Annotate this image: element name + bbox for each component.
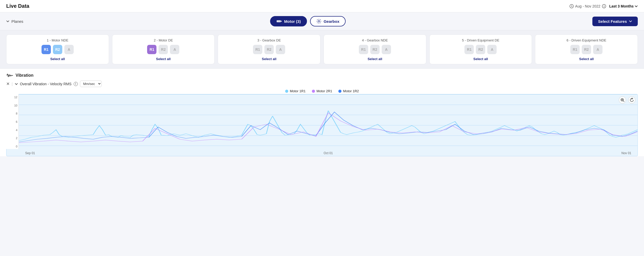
plane-card-driven-de: 5 - Driven Equipment DER1R2ASelect all bbox=[429, 34, 532, 64]
select-all-link[interactable]: Select all bbox=[262, 57, 276, 61]
chevron-down-icon bbox=[635, 5, 638, 7]
badge-r1: R1 bbox=[464, 45, 474, 54]
close-btn[interactable]: ✕ bbox=[6, 81, 10, 86]
select-all-link[interactable]: Select all bbox=[156, 57, 170, 61]
chart-info-icon[interactable]: i bbox=[74, 82, 78, 86]
chart-legend: Motor 1R1Motor 2R1Motor 1R2 bbox=[6, 89, 638, 93]
planes-label: Planes bbox=[11, 19, 23, 24]
y-axis: 121086420 bbox=[6, 94, 19, 149]
plane-card-driven-nde: 6 - Driven Equipment NDER1R2ASelect all bbox=[535, 34, 638, 64]
plane-card-gearbox-nde: 4 - Gearbox NDER1R2ASelect all bbox=[324, 34, 426, 64]
plane-badges: R1R2A bbox=[10, 45, 106, 54]
unit-selector[interactable]: Mm/sec in/sec bbox=[80, 81, 102, 87]
reset-icon bbox=[630, 98, 634, 102]
zoom-in-button[interactable] bbox=[619, 96, 626, 104]
legend-dot bbox=[312, 90, 315, 93]
select-all-link[interactable]: Select all bbox=[50, 57, 65, 61]
badge-r1: R1 bbox=[359, 45, 368, 54]
legend-dot bbox=[285, 90, 288, 93]
select-all-link[interactable]: Select all bbox=[473, 57, 488, 61]
gearbox-tab-label: Gearbox bbox=[324, 19, 339, 24]
x-label: Sep 01 bbox=[25, 151, 35, 155]
select-features-label: Select Features bbox=[598, 19, 627, 24]
y-tick: 12 bbox=[6, 96, 17, 99]
badge-r2: R2 bbox=[476, 45, 485, 54]
plane-badges: R1R2A bbox=[221, 45, 317, 54]
badge-r1: R1 bbox=[253, 45, 262, 54]
plane-card-title: 1 - Motor NDE bbox=[10, 38, 106, 42]
plane-card-title: 6 - Driven Equipment NDE bbox=[538, 38, 634, 42]
last-3-months-selector[interactable]: Last 3 Months bbox=[609, 4, 638, 8]
planes-toggle[interactable]: Planes bbox=[6, 19, 23, 24]
badge-r2: R2 bbox=[582, 45, 591, 54]
legend-label: Motor 2R1 bbox=[317, 89, 332, 93]
y-tick: 6 bbox=[6, 120, 17, 123]
chart-controls: ✕ | Overall Vibration - Velocity RMS i M… bbox=[6, 81, 638, 87]
badge-r2[interactable]: R2 bbox=[53, 45, 62, 54]
x-label: Oct 01 bbox=[324, 151, 333, 155]
select-all-link[interactable]: Select all bbox=[579, 57, 594, 61]
info-icon: i bbox=[602, 4, 606, 8]
motor-icon bbox=[276, 19, 282, 23]
motor-tab[interactable]: Motor (3) bbox=[270, 16, 307, 26]
select-all-link[interactable]: Select all bbox=[368, 57, 382, 61]
chart-wrapper: 121086420 Mm/sec clifftrendfeature-thres… bbox=[6, 94, 638, 156]
badge-r1: R1 bbox=[570, 45, 580, 54]
plane-badges: R1R2A bbox=[115, 45, 211, 54]
svg-point-6 bbox=[318, 20, 320, 22]
svg-line-16 bbox=[623, 101, 624, 102]
chart-label: Overall Vibration - Velocity RMS bbox=[20, 82, 72, 86]
svg-rect-4 bbox=[281, 21, 282, 22]
legend-item: Motor 1R2 bbox=[338, 89, 359, 93]
svg-line-13 bbox=[11, 75, 12, 76]
gearbox-icon bbox=[316, 19, 321, 24]
legend-label: Motor 1R2 bbox=[343, 89, 359, 93]
plane-badges: R1R2A bbox=[538, 45, 634, 54]
legend-label: Motor 1R1 bbox=[290, 89, 306, 93]
chart-x-labels: Sep 01Oct 01Nov 01 bbox=[19, 149, 638, 156]
badge-a: A bbox=[170, 45, 179, 54]
x-label: Nov 01 bbox=[621, 151, 631, 155]
vibration-section: Vibration ✕ | Overall Vibration - Veloci… bbox=[0, 69, 644, 156]
plane-card-title: 2 - Motor DE bbox=[115, 38, 211, 42]
badge-a: A bbox=[382, 45, 391, 54]
plane-card-title: 5 - Driven Equipment DE bbox=[433, 38, 529, 42]
vibration-title: Vibration bbox=[6, 73, 638, 78]
reset-zoom-button[interactable] bbox=[628, 96, 635, 104]
date-range: Aug - Nov 2022 i bbox=[570, 4, 606, 8]
badge-r2: R2 bbox=[370, 45, 380, 54]
zoom-in-icon bbox=[620, 98, 625, 102]
planes-grid-section: 1 - Motor NDER1R2ASelect all2 - Motor DE… bbox=[0, 30, 644, 69]
date-range-text: Aug - Nov 2022 bbox=[575, 4, 600, 8]
y-tick: 8 bbox=[6, 112, 17, 115]
planes-grid: 1 - Motor NDER1R2ASelect all2 - Motor DE… bbox=[6, 34, 638, 64]
select-features-button[interactable]: Select Features bbox=[592, 17, 638, 26]
plane-badges: R1R2A bbox=[433, 45, 529, 54]
y-tick: 10 bbox=[6, 104, 17, 107]
gearbox-tab[interactable]: Gearbox bbox=[310, 16, 346, 26]
plane-badges: R1R2A bbox=[327, 45, 423, 54]
gridline bbox=[19, 156, 638, 156]
badge-r1[interactable]: R1 bbox=[42, 45, 51, 54]
plane-card-title: 4 - Gearbox NDE bbox=[327, 38, 423, 42]
svg-point-5 bbox=[277, 21, 278, 22]
planes-bar: Planes Motor (3) Gearbox Select Feature bbox=[0, 12, 644, 30]
chart-area: clifftrendfeature-thresholdsrapid-cliff … bbox=[6, 94, 638, 156]
plane-tabs: Motor (3) Gearbox bbox=[270, 16, 346, 26]
y-tick: 4 bbox=[6, 129, 17, 132]
y-tick: 2 bbox=[6, 137, 17, 140]
legend-dot bbox=[338, 90, 341, 93]
badge-r1[interactable]: R1 bbox=[147, 45, 156, 54]
badge-a: A bbox=[593, 45, 602, 54]
badge-r2: R2 bbox=[264, 45, 274, 54]
vibration-label: Vibration bbox=[16, 73, 33, 78]
plane-card-motor-de: 2 - Motor DER1R2ASelect all bbox=[112, 34, 215, 64]
badge-a: A bbox=[487, 45, 497, 54]
svg-text:i: i bbox=[604, 5, 605, 8]
chart-svg bbox=[19, 94, 638, 149]
chevron-down-icon-planes bbox=[6, 20, 9, 22]
svg-line-9 bbox=[8, 74, 9, 77]
page-title: Live Data bbox=[6, 3, 29, 9]
badge-a: A bbox=[64, 45, 74, 54]
expand-icon[interactable] bbox=[15, 83, 18, 85]
